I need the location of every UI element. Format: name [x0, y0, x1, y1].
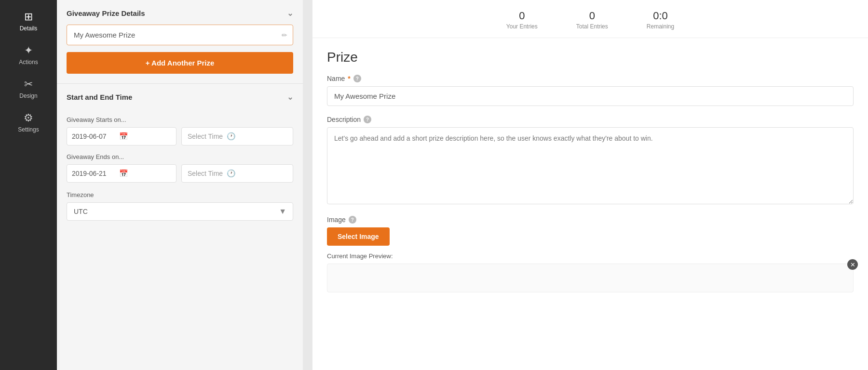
end-time-select[interactable]: Select Time 🕐	[181, 164, 293, 183]
prize-name-input[interactable]	[67, 25, 293, 45]
prize-section-chevron[interactable]: ⌄	[287, 9, 293, 18]
image-label-row: Image ?	[327, 216, 854, 224]
end-label: Giveaway Ends on...	[67, 153, 293, 160]
gear-icon: ⚙	[24, 113, 33, 123]
add-prize-label: + Add Another Prize	[146, 59, 215, 67]
sidebar: ⊞ Details ✦ Actions ✂ Design ⚙ Settings	[0, 0, 57, 370]
sidebar-item-label: Actions	[19, 59, 38, 66]
timezone-select-wrapper: UTC EST PST CST MST ▼	[67, 202, 293, 221]
description-label-row: Description ?	[327, 116, 854, 123]
prize-section-title: Giveaway Prize Details	[67, 9, 145, 17]
prize-section-header: Giveaway Prize Details ⌄	[57, 0, 303, 25]
remaining-label: Remaining	[647, 23, 674, 30]
right-panel: 0 Your Entries 0 Total Entries 0:0 Remai…	[312, 0, 868, 370]
actions-icon: ✦	[24, 45, 33, 56]
current-image-label: Current Image Preview:	[327, 252, 854, 260]
select-image-button[interactable]: Select Image	[327, 227, 390, 246]
left-panel: Giveaway Prize Details ⌄ ✏ + Add Another…	[57, 0, 303, 370]
required-star: *	[348, 75, 350, 82]
sidebar-item-details[interactable]: ⊞ Details	[0, 5, 57, 39]
stat-total-entries: 0 Total Entries	[576, 10, 608, 30]
timezone-label: Timezone	[67, 191, 293, 198]
start-date-time-row: 📅 Select Time 🕐	[67, 127, 293, 145]
description-field: Description ?	[327, 116, 854, 206]
description-help-icon[interactable]: ?	[364, 116, 371, 123]
edit-icon: ✏	[282, 31, 287, 39]
end-date-time-row: 📅 Select Time 🕐	[67, 164, 293, 183]
image-label: Image	[327, 216, 346, 224]
end-date-input[interactable]	[72, 170, 115, 177]
your-entries-number: 0	[519, 10, 525, 22]
start-time-select[interactable]: Select Time 🕐	[181, 127, 293, 145]
start-end-chevron[interactable]: ⌄	[287, 92, 293, 102]
start-end-section-header: Start and End Time ⌄	[57, 84, 303, 108]
sidebar-item-actions[interactable]: ✦ Actions	[0, 39, 57, 72]
calendar-icon: 📅	[119, 132, 128, 141]
name-help-icon[interactable]: ?	[353, 75, 361, 82]
start-date-input[interactable]	[72, 132, 115, 140]
total-entries-label: Total Entries	[576, 23, 608, 30]
timezone-select[interactable]: UTC EST PST CST MST	[67, 202, 293, 221]
prize-form: Prize Name * ? Description ? Image ?	[312, 38, 868, 314]
stat-remaining: 0:0 Remaining	[647, 10, 674, 30]
end-time-label: Select Time	[188, 170, 223, 177]
image-preview-box: ✕	[327, 264, 854, 292]
name-field: Name * ?	[327, 75, 854, 106]
time-section: Giveaway Starts on... 📅 Select Time 🕐 Gi…	[57, 108, 303, 230]
start-date-wrapper[interactable]: 📅	[67, 127, 176, 145]
prize-title: Prize	[327, 50, 854, 65]
description-label: Description	[327, 116, 361, 123]
middle-gap	[303, 0, 312, 370]
grid-icon: ⊞	[24, 12, 33, 22]
name-label: Name	[327, 75, 345, 82]
clock-icon: 🕐	[227, 132, 236, 141]
stat-your-entries: 0 Your Entries	[506, 10, 538, 30]
start-time-label: Select Time	[188, 132, 223, 140]
add-prize-button[interactable]: + Add Another Prize	[67, 52, 293, 74]
select-image-label: Select Image	[338, 233, 379, 240]
calendar-icon: 📅	[119, 169, 128, 178]
sidebar-item-label: Details	[20, 25, 38, 32]
prize-name-wrapper: ✏	[67, 25, 293, 45]
start-label: Giveaway Starts on...	[67, 116, 293, 123]
total-entries-number: 0	[589, 10, 595, 22]
description-textarea[interactable]	[327, 127, 854, 204]
end-date-wrapper[interactable]: 📅	[67, 164, 176, 183]
remaining-number: 0:0	[653, 10, 668, 22]
name-field-input[interactable]	[327, 86, 854, 106]
image-remove-button[interactable]: ✕	[847, 259, 858, 270]
image-section: Image ? Select Image Current Image Previ…	[327, 216, 854, 292]
name-label-row: Name * ?	[327, 75, 854, 82]
image-help-icon[interactable]: ?	[349, 216, 356, 224]
stats-bar: 0 Your Entries 0 Total Entries 0:0 Remai…	[312, 0, 868, 38]
sidebar-item-label: Design	[19, 92, 37, 99]
sidebar-item-label: Settings	[18, 126, 39, 133]
sidebar-item-design[interactable]: ✂ Design	[0, 72, 57, 106]
your-entries-label: Your Entries	[506, 23, 538, 30]
clock-icon: 🕐	[227, 169, 236, 178]
design-icon: ✂	[24, 79, 33, 90]
prize-section-body: ✏ + Add Another Prize	[57, 25, 303, 83]
sidebar-item-settings[interactable]: ⚙ Settings	[0, 106, 57, 140]
start-end-section-title: Start and End Time	[67, 93, 132, 101]
